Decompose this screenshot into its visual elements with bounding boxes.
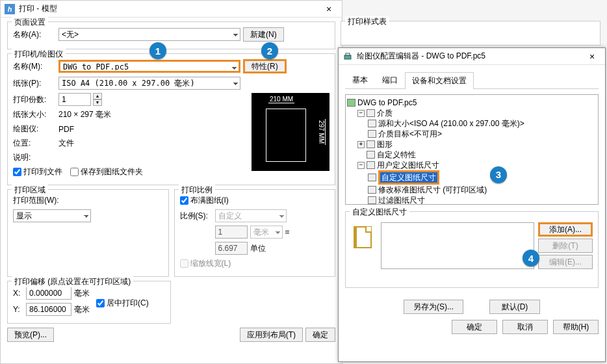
item-icon [368, 174, 376, 181]
tree-media[interactable]: 介质 [377, 108, 393, 118]
tree-custom[interactable]: 自定义特性 [377, 150, 416, 160]
print-dialog: h 打印 - 模型 × 页面设置 名称(A): <无> 新建(N) 打印机/绘图… [0, 0, 342, 364]
y-offset-input[interactable] [26, 303, 71, 316]
scale-unit-select: 毫米 [250, 226, 283, 239]
location-label: 位置: [13, 138, 56, 149]
app-icon: h [5, 4, 15, 14]
close-icon[interactable]: × [320, 4, 338, 14]
page-name-label: 名称(A): [13, 29, 56, 40]
desc-label: 说明: [13, 152, 56, 163]
tree-root[interactable]: DWG to PDF.pc5 [357, 98, 417, 108]
location-value: 文件 [58, 138, 74, 149]
svg-rect-1 [346, 53, 350, 55]
editor-cancel-button[interactable]: 取消 [502, 320, 548, 334]
collapse-icon[interactable]: − [357, 162, 365, 169]
print-area-legend: 打印区域 [12, 185, 48, 196]
copies-spinner[interactable]: ▲▼ [93, 93, 102, 106]
config-tree[interactable]: DWG to PDF.pc5 −介质 源和大小<ISO A4 (210.00 x… [345, 94, 599, 205]
print-style-group: 打印样式表 [341, 21, 601, 46]
scale-select: 自定义 [215, 209, 287, 222]
paper-preview: 210 MM 297 MM [252, 93, 329, 171]
expand-icon[interactable]: + [357, 141, 365, 148]
printer-name-select[interactable]: DWG to PDF.pc5 [58, 60, 240, 73]
preview-width-label: 210 MM [268, 96, 294, 103]
item-icon [367, 151, 375, 159]
tab-device[interactable]: 设备和文档设置 [405, 72, 474, 89]
add-size-button[interactable]: 添加(A)... [538, 222, 593, 237]
badge-3: 3 [490, 166, 507, 183]
scale-mm-input [215, 226, 248, 239]
fit-to-paper-checkbox[interactable]: 布满图纸(I) [180, 195, 229, 206]
papersize-label: 纸张大小: [13, 109, 56, 120]
edit-size-button: 编辑(E)... [538, 255, 593, 269]
page-setup-group: 页面设置 名称(A): <无> 新建(N) [7, 21, 335, 49]
scale-units-input [215, 242, 248, 255]
tree-user-sizes[interactable]: 用户定义图纸尺寸 [377, 160, 439, 170]
y-unit: 毫米 [74, 304, 90, 315]
ok-button[interactable]: 确定 [305, 328, 335, 342]
page-name-select[interactable]: <无> [58, 28, 240, 41]
x-offset-input[interactable] [26, 287, 71, 300]
folder-icon [367, 140, 375, 148]
print-scale-group: 打印比例 布满图纸(I) 比例(S): 自定义 毫米 = 单位 缩放线宽 [174, 189, 336, 277]
item-icon [368, 120, 376, 127]
editor-tabs: 基本 端口 设备和文档设置 [345, 72, 599, 89]
tree-custom-size-selected[interactable]: 自定义图纸尺寸 [378, 170, 439, 185]
editor-titlebar: 绘图仪配置编辑器 - DWG to PDF.pc5 × [339, 48, 605, 65]
center-plot-checkbox[interactable]: 居中打印(C) [96, 298, 149, 309]
delete-size-button: 删除(T) [538, 239, 593, 253]
editor-help-button[interactable]: 帮助(H) [553, 320, 599, 334]
printer-icon [347, 99, 355, 107]
scale-label: 比例(S): [180, 211, 213, 222]
paper-select[interactable]: ISO A4 (210.00 x 297.00 毫米) [58, 77, 240, 90]
plotter-config-editor: 绘图仪配置编辑器 - DWG to PDF.pc5 × 基本 端口 设备和文档设… [338, 47, 606, 362]
folder-icon [367, 109, 375, 117]
print-range-select[interactable]: 显示 [13, 209, 91, 222]
copies-label: 打印份数: [13, 94, 56, 105]
preview-button[interactable]: 预览(P)... [7, 328, 54, 342]
printer-legend: 打印机/绘图仪 [12, 49, 66, 60]
svg-rect-0 [344, 55, 351, 59]
printer-name-label: 名称(M): [13, 61, 56, 72]
printer-icon [342, 51, 353, 62]
y-label: Y: [13, 305, 23, 314]
papersize-value: 210 × 297 毫米 [58, 109, 111, 120]
new-page-setup-button[interactable]: 新建(N) [243, 27, 284, 42]
editor-ok-button[interactable]: 确定 [452, 320, 497, 334]
tab-basic[interactable]: 基本 [345, 72, 375, 88]
scale-lineweight-checkbox[interactable]: 缩放线宽(L) [180, 258, 231, 269]
plotter-value: PDF [58, 125, 74, 134]
tree-mod-std[interactable]: 修改标准图纸尺寸 (可打印区域) [378, 185, 487, 195]
print-scale-legend: 打印比例 [179, 185, 215, 196]
window-title: 打印 - 模型 [19, 3, 320, 14]
collapse-icon[interactable]: − [357, 110, 365, 117]
tree-src-size[interactable]: 源和大小<ISO A4 (210.00 x 297.00 毫米)> [378, 118, 524, 129]
item-icon [368, 130, 376, 138]
document-icon [354, 226, 372, 248]
sizes-listbox[interactable] [381, 222, 534, 269]
apply-layout-button[interactable]: 应用到布局(T) [240, 328, 303, 342]
page-setup-legend: 页面设置 [12, 17, 48, 28]
item-icon [368, 186, 376, 194]
copies-input[interactable] [58, 93, 91, 106]
save-to-folder-checkbox[interactable]: 保存到图纸文件夹 [70, 166, 143, 177]
paper-label: 纸张(P): [13, 78, 56, 89]
tree-filter-sizes[interactable]: 过滤图纸尺寸 [378, 195, 425, 205]
tab-port[interactable]: 端口 [375, 72, 405, 88]
tree-graphics[interactable]: 图形 [377, 139, 393, 150]
default-button[interactable]: 默认(D) [489, 300, 540, 314]
custom-sizes-legend: 自定义图纸尺寸 [350, 207, 409, 218]
badge-2: 2 [261, 42, 278, 59]
print-offset-group: 打印偏移 (原点设置在可打印区域) X: 毫米 Y: 毫米 居中打印(C) [7, 281, 171, 324]
save-as-button[interactable]: 另存为(S)... [404, 300, 463, 314]
print-area-group: 打印区域 打印范围(W): 显示 [7, 189, 169, 277]
badge-1: 1 [149, 42, 166, 59]
tree-target[interactable]: 介质目标<不可用> [378, 129, 442, 139]
editor-close-icon[interactable]: × [583, 51, 601, 62]
print-to-file-checkbox[interactable]: 打印到文件 [13, 166, 62, 177]
x-label: X: [13, 289, 23, 298]
item-icon [368, 196, 376, 204]
preview-height-label: 297 MM [318, 119, 326, 145]
printer-properties-button[interactable]: 特性(R) [243, 59, 287, 73]
print-style-legend: 打印样式表 [345, 16, 389, 27]
